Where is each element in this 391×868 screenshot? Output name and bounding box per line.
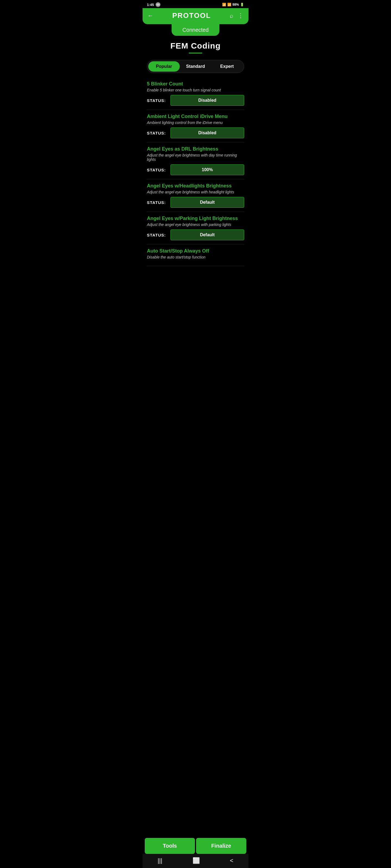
feature-desc-ambient: Ambient lighting control from the iDrive… (147, 120, 244, 125)
status-row-ambient: STATUS: Disabled (147, 127, 244, 138)
feature-title-parking: Angel Eyes w/Parking Light Brightness (147, 216, 244, 221)
page-title-section: FEM Coding (143, 36, 248, 56)
feature-auto-start-stop: Auto Start/Stop Always Off Disable the a… (147, 244, 244, 266)
notification-badge: 69 (156, 2, 161, 7)
status-label-drl: STATUS: (147, 167, 167, 172)
feature-blinker-count: 5 Blinker Count Enable 5 blinker one tou… (147, 77, 244, 110)
status-bar: 1:45 69 📶 📶 98% 🔋 (143, 0, 248, 8)
more-menu-button[interactable]: ⋮ (238, 12, 244, 19)
status-value-drl[interactable]: 100% (170, 164, 244, 175)
back-button[interactable]: ← (147, 12, 153, 19)
title-underline (189, 53, 202, 54)
feature-desc-auto-start: Disable the auto start/stop function (147, 255, 244, 259)
battery-level: 98% (232, 3, 239, 6)
status-bar-left: 1:45 69 (147, 2, 161, 7)
page-title: FEM Coding (147, 41, 244, 51)
status-row-blinker: STATUS: Disabled (147, 95, 244, 106)
feature-desc-headlights: Adjust the angel eye brightness with hea… (147, 190, 244, 194)
time-display: 1:45 (147, 3, 154, 7)
status-label-ambient: STATUS: (147, 131, 167, 135)
battery-icon: 🔋 (240, 3, 244, 6)
status-label-parking: STATUS: (147, 233, 167, 237)
connected-badge: Connected (172, 24, 220, 36)
feature-ambient-light: Ambient Light Control iDrive Menu Ambien… (147, 110, 244, 143)
feature-desc-parking: Adjust the angel eye brightness with par… (147, 222, 244, 227)
feature-angel-eyes-parking: Angel Eyes w/Parking Light Brightness Ad… (147, 212, 244, 244)
bottom-buttons: Tools Finalize (143, 838, 248, 854)
connection-status-container: Connected (143, 24, 248, 36)
tabs-container: Popular Standard Expert (147, 60, 244, 73)
status-label-headlights: STATUS: (147, 200, 167, 205)
status-value-parking[interactable]: Default (170, 229, 244, 240)
feature-title-auto-start: Auto Start/Stop Always Off (147, 248, 244, 254)
app-title: PROTOOL (172, 11, 211, 20)
feature-title-drl: Angel Eyes as DRL Brightness (147, 146, 244, 152)
recent-apps-button[interactable]: ||| (158, 857, 162, 864)
feature-title-headlights: Angel Eyes w/Headlights Brightness (147, 183, 244, 189)
feature-angel-eyes-headlights: Angel Eyes w/Headlights Brightness Adjus… (147, 179, 244, 212)
app-header: ← PROTOOL ⌕ ⋮ (143, 8, 248, 24)
tab-popular[interactable]: Popular (148, 61, 180, 72)
home-button[interactable]: ⬜ (193, 857, 200, 864)
tab-standard[interactable]: Standard (180, 61, 211, 72)
status-label-blinker: STATUS: (147, 98, 167, 103)
status-row-headlights: STATUS: Default (147, 197, 244, 208)
tools-button[interactable]: Tools (145, 838, 195, 854)
feature-desc-blinker: Enable 5 blinker one touch turn signal c… (147, 88, 244, 92)
feature-angel-eyes-drl: Angel Eyes as DRL Brightness Adjust the … (147, 143, 244, 179)
back-nav-button[interactable]: < (230, 857, 233, 864)
header-actions: ⌕ ⋮ (230, 12, 244, 19)
status-row-parking: STATUS: Default (147, 229, 244, 240)
feature-title-ambient: Ambient Light Control iDrive Menu (147, 114, 244, 119)
wifi-icon: 📶 (222, 3, 226, 6)
signal-icon: 📶 (227, 3, 231, 6)
status-value-headlights[interactable]: Default (170, 197, 244, 208)
search-button[interactable]: ⌕ (230, 12, 233, 19)
tab-expert[interactable]: Expert (211, 61, 243, 72)
status-value-blinker[interactable]: Disabled (170, 95, 244, 106)
finalize-button[interactable]: Finalize (196, 838, 246, 854)
status-row-drl: STATUS: 100% (147, 164, 244, 175)
status-bar-right: 📶 📶 98% 🔋 (222, 3, 244, 6)
content-area: 5 Blinker Count Enable 5 blinker one tou… (143, 75, 248, 293)
feature-desc-drl: Adjust the angel eye brightness with day… (147, 153, 244, 162)
status-value-ambient[interactable]: Disabled (170, 127, 244, 138)
nav-bar: ||| ⬜ < (143, 854, 248, 868)
feature-title-blinker: 5 Blinker Count (147, 81, 244, 87)
